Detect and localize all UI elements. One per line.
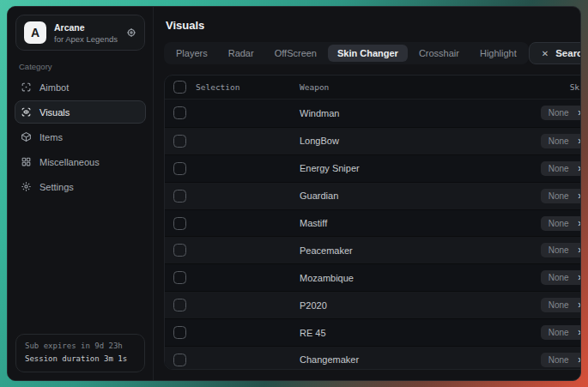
grid-icon [21, 156, 32, 167]
table-row: RE 45 None ✕ [165, 318, 581, 346]
main-panel: Visuals Players Radar OffScreen Skin Cha… [154, 7, 581, 380]
sidebar-item-label: Aimbot [39, 82, 69, 93]
weapon-name: P2020 [300, 300, 327, 311]
clear-skin-icon[interactable]: ✕ [578, 219, 581, 228]
sidebar-item-aimbot[interactable]: Aimbot [15, 76, 146, 99]
sidebar-item-visuals[interactable]: Visuals [15, 100, 146, 124]
sidebar-item-items[interactable]: Items [15, 125, 146, 148]
clear-skin-icon[interactable]: ✕ [578, 108, 581, 118]
sidebar-item-label: Visuals [39, 107, 70, 118]
clear-skin-icon[interactable]: ✕ [578, 164, 581, 173]
gear-icon [21, 181, 32, 192]
table-row: Energy Sniper None ✕ [165, 154, 581, 182]
table-row: Changemaker None ✕ [165, 346, 581, 370]
sub-expiry-text: Sub expires in 9d 23h [25, 340, 136, 353]
table-row: LongBow None ✕ [165, 127, 581, 154]
weapon-name: LongBow [300, 136, 339, 146]
weapon-name: RE 45 [300, 328, 326, 338]
skin-badge[interactable]: None ✕ [541, 134, 581, 148]
skin-badge[interactable]: None ✕ [541, 298, 581, 312]
skin-value: None [549, 108, 569, 118]
skin-badge[interactable]: None ✕ [541, 243, 581, 257]
clear-skin-icon[interactable]: ✕ [578, 273, 581, 282]
skin-badge[interactable]: None ✕ [541, 161, 581, 176]
search-button-label: Search [555, 48, 581, 58]
crosshair-icon [21, 82, 32, 93]
clear-skin-icon[interactable]: ✕ [578, 328, 581, 337]
table-row: Peacemaker None ✕ [165, 236, 581, 263]
skin-badge[interactable]: None ✕ [541, 270, 581, 285]
box-icon [21, 131, 32, 142]
weapon-name: Changemaker [300, 354, 359, 365]
skin-value: None [549, 136, 569, 146]
tab-crosshair[interactable]: Crosshair [409, 45, 469, 62]
weapon-name: Energy Sniper [300, 163, 360, 173]
table-row: Mozambique None ✕ [165, 263, 581, 291]
column-header-weapon: Weapon [300, 82, 329, 92]
page-title: Visuals [166, 19, 581, 32]
tab-skin-changer[interactable]: Skin Changer [328, 45, 408, 62]
weapon-name: Guardian [300, 190, 338, 201]
select-all-checkbox[interactable] [173, 81, 186, 94]
app-window: A Arcane for Apex Legends Category [7, 6, 581, 381]
clear-skin-icon[interactable]: ✕ [578, 191, 581, 201]
skin-value: None [549, 328, 569, 337]
row-checkbox[interactable] [173, 162, 186, 175]
clear-skin-icon[interactable]: ✕ [578, 355, 581, 365]
app-logo: A [24, 21, 46, 44]
sidebar-item-miscellaneous[interactable]: Miscellaneous [15, 150, 146, 173]
gear-icon[interactable] [126, 27, 136, 38]
column-header-selection: Selection [196, 82, 239, 92]
sidebar-nav: Aimbot Visuals Items [8, 75, 153, 199]
weapon-name: Mastiff [300, 218, 327, 228]
subscription-info-card: Sub expires in 9d 23h Session duration 3… [15, 334, 145, 372]
sidebar-item-label: Items [39, 132, 63, 142]
category-label: Category [19, 62, 153, 71]
weapon-name: Mozambique [300, 273, 354, 283]
tab-radar[interactable]: Radar [219, 45, 264, 62]
skin-table: Selection Weapon Skin Windman None ✕ Lon… [164, 75, 581, 370]
skin-value: None [549, 300, 569, 310]
table-header-row: Selection Weapon Skin [165, 76, 581, 100]
app-title: Arcane [54, 22, 118, 33]
column-header-skin: Skin [570, 82, 581, 92]
skin-value: None [549, 355, 569, 365]
session-duration-text: Session duration 3m 1s [25, 353, 136, 366]
table-row: Guardian None ✕ [165, 182, 581, 209]
tab-players[interactable]: Players [167, 45, 217, 62]
skin-badge[interactable]: None ✕ [541, 216, 581, 231]
skin-value: None [549, 164, 569, 173]
row-checkbox[interactable] [173, 271, 186, 284]
tab-offscreen[interactable]: OffScreen [265, 45, 326, 62]
tab-bar: Players Radar OffScreen Skin Changer Cro… [164, 42, 529, 64]
skin-value: None [549, 245, 569, 255]
search-icon: ✕ [542, 49, 549, 58]
skin-badge[interactable]: None ✕ [541, 325, 581, 340]
table-row: Windman None ✕ [165, 100, 581, 127]
tab-highlight[interactable]: Highlight [470, 45, 526, 62]
row-checkbox[interactable] [173, 354, 186, 366]
search-button[interactable]: ✕ Search [529, 42, 581, 64]
skin-badge[interactable]: None ✕ [541, 353, 581, 367]
row-checkbox[interactable] [173, 244, 186, 257]
table-row: Mastiff None ✕ [165, 209, 581, 237]
skin-value: None [549, 191, 569, 201]
clear-skin-icon[interactable]: ✕ [578, 136, 581, 146]
clear-skin-icon[interactable]: ✕ [578, 245, 581, 255]
sidebar-item-label: Settings [39, 182, 74, 192]
skin-badge[interactable]: None ✕ [541, 189, 581, 203]
clear-skin-icon[interactable]: ✕ [578, 300, 581, 310]
row-checkbox[interactable] [173, 217, 186, 230]
sidebar-item-settings[interactable]: Settings [15, 175, 146, 198]
sidebar: A Arcane for Apex Legends Category [8, 7, 154, 380]
row-checkbox[interactable] [173, 135, 186, 148]
row-checkbox[interactable] [173, 106, 186, 119]
skin-value: None [549, 273, 569, 282]
row-checkbox[interactable] [173, 326, 186, 339]
skin-badge[interactable]: None ✕ [541, 106, 581, 120]
row-checkbox[interactable] [173, 299, 186, 311]
sidebar-item-label: Miscellaneous [39, 157, 100, 167]
row-checkbox[interactable] [173, 190, 186, 203]
eye-scan-icon [21, 106, 32, 118]
app-subtitle: for Apex Legends [54, 34, 118, 44]
